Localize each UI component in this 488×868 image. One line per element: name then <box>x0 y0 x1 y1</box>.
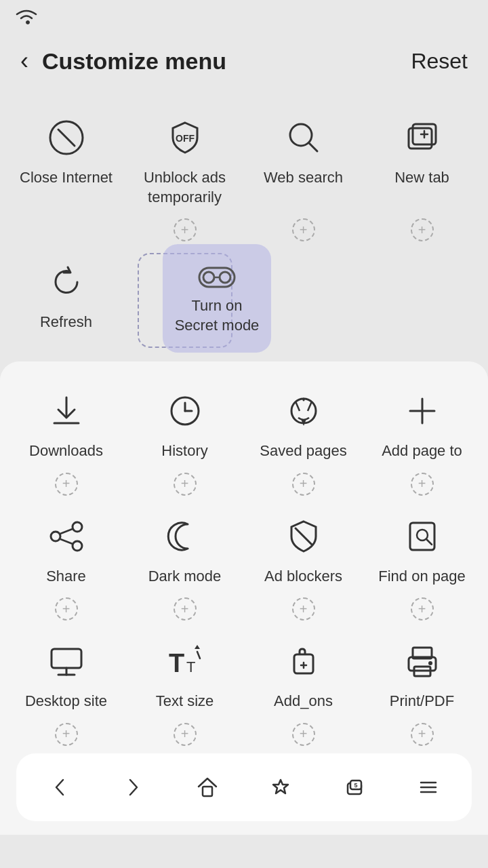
menu-item-unblock-ads[interactable]: OFF Unblock ads temporarily <box>125 102 244 214</box>
downloads-icon <box>43 387 90 435</box>
menu-item-desktop-site[interactable]: Desktop site <box>7 625 125 718</box>
web-search-label: Web search <box>264 168 343 188</box>
nav-forward-button[interactable] <box>122 776 145 799</box>
menu-item-web-search[interactable]: Web search <box>244 102 363 214</box>
menu-item-new-tab[interactable]: New tab <box>363 102 481 214</box>
menu-item-print-pdf[interactable]: Print/PDF <box>363 625 481 718</box>
nav-back-button[interactable] <box>48 776 71 799</box>
dark-mode-icon <box>161 513 209 560</box>
add-slot-btn-8[interactable]: + <box>55 597 78 620</box>
add-slot-btn-9[interactable]: + <box>174 597 197 620</box>
top-menu-grid-row2: Refresh <box>7 246 481 355</box>
history-label: History <box>161 441 207 461</box>
new-tab-label: New tab <box>394 168 449 188</box>
menu-item-add-ons[interactable]: Add_ons <box>244 625 363 718</box>
menu-item-history[interactable]: History <box>125 375 244 468</box>
add-slot-btn-5[interactable]: + <box>174 473 197 496</box>
menu-item-ad-blockers[interactable]: Ad blockers <box>244 500 363 593</box>
downloads-label: Downloads <box>29 441 103 461</box>
plus-row-2: + + + + <box>7 472 481 496</box>
svg-point-25 <box>73 541 82 551</box>
bottom-grid-row3: Desktop site T T Text size <box>7 625 481 718</box>
svg-text:T: T <box>186 658 195 675</box>
svg-point-24 <box>73 522 82 532</box>
nav-menu-button[interactable] <box>417 776 440 799</box>
desktop-site-icon <box>43 637 90 685</box>
top-section: Close Internet OFF Unblock ads temporari… <box>0 88 488 361</box>
wifi-icon <box>14 7 39 26</box>
menu-item-add-page[interactable]: Add page to <box>363 375 481 468</box>
svg-line-4 <box>309 143 317 151</box>
add-slot-btn-12[interactable]: + <box>55 723 78 746</box>
unblock-ads-icon: OFF <box>161 114 209 161</box>
top-menu-grid: Close Internet OFF Unblock ads temporari… <box>7 102 481 214</box>
header: ‹ Customize menu Reset <box>0 34 488 88</box>
add-slot-btn-10[interactable]: + <box>292 597 315 620</box>
nav-tabs-button[interactable]: 5 <box>343 776 366 799</box>
status-bar <box>0 0 488 34</box>
menu-item-dark-mode[interactable]: Dark mode <box>125 500 244 593</box>
close-internet-icon <box>43 114 90 161</box>
back-button[interactable]: ‹ <box>20 47 28 75</box>
svg-line-29 <box>296 528 312 545</box>
svg-point-45 <box>428 661 432 665</box>
menu-item-downloads[interactable]: Downloads <box>7 375 125 468</box>
svg-text:5: 5 <box>354 782 357 789</box>
add-page-label: Add page to <box>382 441 462 461</box>
menu-item-refresh[interactable]: Refresh <box>7 246 125 355</box>
add-slot-btn-1[interactable]: + <box>174 218 197 241</box>
add-ons-icon <box>280 637 327 685</box>
unblock-ads-label: Unblock ads temporarily <box>129 168 240 207</box>
add-slot-btn-7[interactable]: + <box>411 473 434 496</box>
share-label: Share <box>46 567 86 587</box>
menu-item-share[interactable]: Share <box>7 500 125 593</box>
drop-slot-cell <box>125 246 244 355</box>
svg-line-28 <box>60 539 73 544</box>
menu-item-close-internet[interactable]: Close Internet <box>7 102 125 214</box>
menu-item-saved-pages[interactable]: Saved pages <box>244 375 363 468</box>
svg-line-38 <box>197 652 200 658</box>
text-size-icon: T T <box>161 637 209 685</box>
svg-line-21 <box>308 401 312 411</box>
share-icon <box>43 513 90 560</box>
add-slot-btn-4[interactable]: + <box>55 473 78 496</box>
plus-row-3: + + + + <box>7 597 481 621</box>
nav-bar: 5 <box>16 753 472 821</box>
add-slot-btn-11[interactable]: + <box>411 597 434 620</box>
menu-item-empty-4 <box>363 246 481 355</box>
saved-pages-label: Saved pages <box>260 441 346 461</box>
close-internet-label: Close Internet <box>20 168 113 188</box>
bottom-grid-row1: Downloads History <box>7 375 481 468</box>
svg-point-26 <box>51 532 60 541</box>
add-slot-btn-13[interactable]: + <box>174 723 197 746</box>
svg-line-20 <box>296 401 300 411</box>
refresh-label: Refresh <box>40 313 92 332</box>
svg-line-32 <box>426 539 432 545</box>
menu-item-find-on-page[interactable]: Find on page <box>363 500 481 593</box>
find-on-page-icon <box>399 513 446 560</box>
svg-rect-33 <box>52 649 81 668</box>
add-page-icon <box>399 387 446 435</box>
dark-mode-label: Dark mode <box>148 567 222 587</box>
svg-rect-30 <box>410 523 434 550</box>
print-pdf-label: Print/PDF <box>390 692 454 711</box>
add-ons-label: Add_ons <box>274 692 333 711</box>
add-slot-btn-2[interactable]: + <box>292 218 315 241</box>
menu-item-text-size[interactable]: T T Text size <box>125 625 244 718</box>
nav-bookmarks-button[interactable] <box>269 776 292 799</box>
reset-button[interactable]: Reset <box>411 49 468 74</box>
plus-row-4: + + + + <box>7 722 481 747</box>
ad-blockers-label: Ad blockers <box>264 567 342 587</box>
svg-rect-46 <box>203 787 212 796</box>
desktop-site-label: Desktop site <box>25 692 107 711</box>
bottom-grid-row2: Share Dark mode Ad blockers <box>7 500 481 593</box>
add-slot-btn-15[interactable]: + <box>411 723 434 746</box>
nav-home-button[interactable] <box>196 776 219 799</box>
add-slot-btn-14[interactable]: + <box>292 723 315 746</box>
new-tab-icon <box>399 114 446 161</box>
drop-slot <box>138 253 232 348</box>
plus-row-1: + + + <box>7 218 481 242</box>
add-slot-btn-6[interactable]: + <box>292 473 315 496</box>
find-on-page-label: Find on page <box>378 567 465 587</box>
add-slot-btn-3[interactable]: + <box>411 218 434 241</box>
